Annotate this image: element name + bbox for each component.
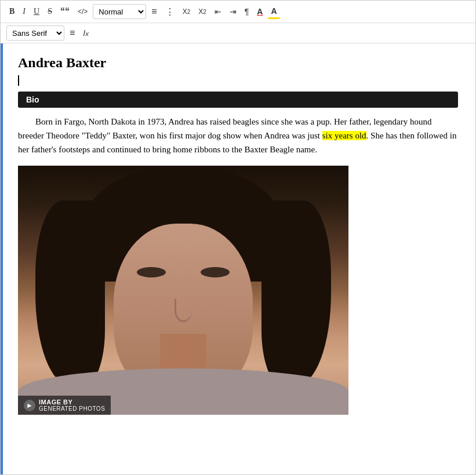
image-watermark: ► IMAGE BY GENERATED PHOTOS [18, 396, 111, 415]
hair-left [35, 200, 105, 386]
indent-decrease-button[interactable]: ⇤ [212, 5, 224, 18]
watermark-line1: IMAGE BY [39, 399, 105, 405]
hair-right [261, 200, 331, 386]
content-area[interactable]: Andrea Baxter Bio Born in Fargo, North D… [1, 43, 475, 474]
style-select[interactable]: Normal Heading 1 Heading 2 Heading 3 [93, 4, 146, 19]
font-color-button[interactable]: A [254, 5, 266, 18]
toolbar-top: B I U S ““ </> Normal Heading 1 Heading … [1, 1, 475, 23]
code-button[interactable]: </> [75, 6, 90, 17]
font-family-select[interactable]: Sans Serif Serif Monospace [6, 25, 64, 41]
bio-paragraph: Born in Fargo, North Dakota in 1973, And… [18, 115, 458, 156]
watermark-arrow-icon: ► [24, 400, 35, 411]
indent-increase-button[interactable]: ⇥ [227, 5, 239, 18]
unordered-list-button[interactable]: ⋮ [162, 5, 177, 19]
blockquote-button[interactable]: ““ [57, 5, 72, 19]
align-button[interactable]: ≡ [67, 26, 78, 40]
strikethrough-button[interactable]: S [45, 5, 55, 18]
paragraph-mark-button[interactable]: ¶ [242, 5, 252, 18]
cursor-line [18, 75, 458, 86]
editor-container: B I U S ““ </> Normal Heading 1 Heading … [0, 0, 476, 475]
italic-button[interactable]: I [20, 5, 28, 18]
eye-left [137, 267, 166, 277]
underline-button[interactable]: U [31, 5, 42, 18]
bold-button[interactable]: B [6, 5, 17, 18]
toolbar-bottom: Sans Serif Serif Monospace ≡ Ix [1, 23, 475, 43]
nose [175, 299, 192, 322]
superscript-button[interactable]: X2 [195, 6, 209, 17]
ordered-list-button[interactable]: ≡ [148, 5, 159, 19]
font-highlight-button[interactable]: A [268, 5, 279, 19]
watermark-line2: GENERATED PHOTOS [39, 405, 105, 412]
profile-image: ► IMAGE BY GENERATED PHOTOS [18, 166, 348, 415]
subscript-button[interactable]: X2 [180, 6, 194, 17]
eye-right [201, 267, 230, 277]
clear-format-button[interactable]: Ix [80, 27, 92, 39]
watermark-text: IMAGE BY GENERATED PHOTOS [39, 399, 105, 412]
bio-header: Bio [18, 92, 458, 108]
profile-image-container: ► IMAGE BY GENERATED PHOTOS [18, 166, 348, 415]
highlighted-text: six years old [322, 131, 366, 140]
text-cursor [18, 75, 19, 86]
page-title: Andrea Baxter [18, 55, 458, 71]
